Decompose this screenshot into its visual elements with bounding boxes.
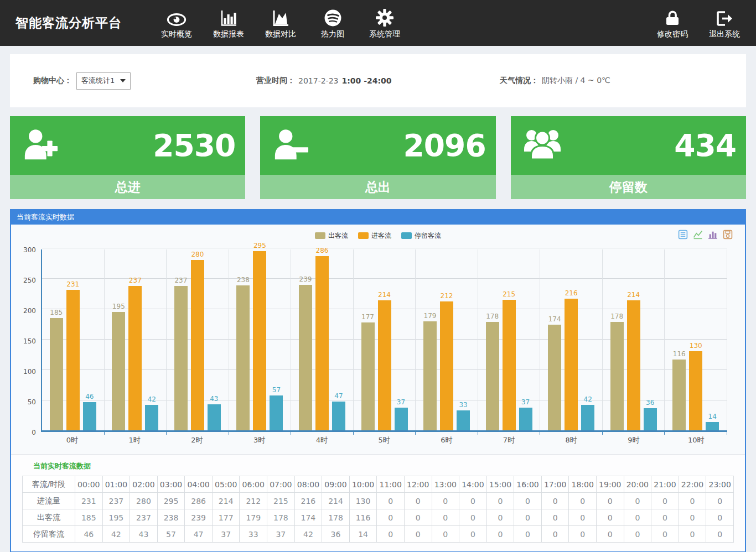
- bar-value-label: 178: [610, 313, 623, 320]
- bar-value-label: 42: [148, 395, 156, 403]
- bar-value-label: 33: [459, 401, 467, 409]
- table-row-label: 出客流: [23, 509, 75, 526]
- table-value-cell: 0: [404, 526, 432, 543]
- table-value-cell: 116: [349, 509, 377, 526]
- line-type-icon[interactable]: [693, 230, 703, 242]
- legend-item[interactable]: 停留客流: [401, 231, 441, 241]
- bar-value-label: 295: [253, 242, 266, 249]
- table-time-header: 14:00: [459, 476, 487, 493]
- bar-进客流: 215: [503, 300, 516, 431]
- table-row: 停留客流46424357473733374236140000000000000: [23, 526, 734, 543]
- weather-value: 阴转小雨 / 4 ~ 0℃: [542, 76, 610, 86]
- table-value-cell: 0: [651, 493, 679, 509]
- stat-card-total-in: 2530 总进: [10, 116, 245, 199]
- table-time-header: 17:00: [541, 476, 569, 493]
- stat-label: 停留数: [511, 175, 746, 199]
- bar-出客流: 177: [361, 322, 375, 430]
- bar-value-label: 214: [627, 291, 640, 299]
- bar-进客流: 130: [689, 351, 702, 430]
- category-cell: 23928647: [291, 249, 354, 430]
- nav-item-label: 退出系统: [709, 29, 740, 39]
- mall-label: 购物中心：: [33, 76, 72, 86]
- table-value-cell: 0: [404, 493, 432, 509]
- category-cell: 23728043: [167, 249, 229, 430]
- bar-停留客流: 43: [208, 404, 221, 430]
- table-value-cell: 0: [569, 509, 597, 526]
- filter-bar: 购物中心： 客流统计1 营业时间： 2017-2-23 1:00 -24:00 …: [10, 54, 746, 107]
- table-row-label: 停留客流: [23, 526, 75, 543]
- select-arrow-icon: [120, 79, 126, 82]
- y-tick-label: 200: [23, 307, 36, 315]
- table-value-cell: 0: [706, 493, 734, 509]
- chart-toolbox: [678, 230, 733, 242]
- mall-select[interactable]: 客流统计1: [76, 72, 131, 90]
- bar-value-label: 286: [316, 247, 329, 254]
- nav-item-change-password[interactable]: 修改密码: [646, 7, 698, 39]
- stat-card-stay-count: 434 停留数: [511, 116, 746, 199]
- users-icon: [523, 128, 562, 163]
- business-hours: 1:00 -24:00: [341, 76, 391, 85]
- table-time-header: 22:00: [679, 476, 706, 493]
- bar-value-label: 178: [486, 313, 499, 320]
- table-value-cell: 0: [377, 509, 405, 526]
- table-value-cell: 0: [624, 526, 651, 543]
- x-tick-label: 6时: [415, 435, 478, 445]
- nav-item-system-admin[interactable]: 系统管理: [359, 7, 411, 39]
- table-value-cell: 57: [157, 526, 185, 543]
- bar-value-label: 47: [334, 392, 343, 400]
- category-cell: 17921233: [416, 249, 478, 430]
- x-tick-label: 4时: [291, 435, 353, 445]
- table-row: 进流量2312372802952862142122152162141300000…: [23, 493, 734, 509]
- legend-item[interactable]: 进客流: [358, 231, 391, 241]
- table-time-header: 06:00: [240, 476, 267, 493]
- x-tick-label: 0时: [41, 435, 103, 445]
- nav-item-data-report[interactable]: 数据报表: [203, 7, 255, 39]
- table-value-cell: 177: [212, 509, 240, 526]
- bar-value-label: 14: [708, 413, 717, 420]
- bar-出客流: 178: [610, 322, 624, 430]
- nav-item-data-compare[interactable]: 数据对比: [255, 7, 307, 39]
- table-value-cell: 280: [130, 493, 158, 509]
- nav-item-label: 实时概览: [161, 29, 192, 39]
- table-time-header: 02:00: [130, 476, 158, 493]
- mall-select-value: 客流统计1: [81, 76, 115, 86]
- bar-出客流: 116: [672, 360, 686, 430]
- legend-label: 停留客流: [415, 231, 441, 241]
- table-value-cell: 0: [514, 526, 542, 543]
- table-time-header: 21:00: [651, 476, 679, 493]
- table-value-cell: 0: [486, 526, 514, 543]
- table-time-header: 05:00: [212, 476, 240, 493]
- stat-label: 总出: [260, 175, 495, 199]
- heatmap-icon: [324, 7, 342, 27]
- x-tick-label: 8时: [540, 435, 603, 445]
- nav-item-heatmap[interactable]: 热力图: [307, 7, 359, 39]
- table-time-header: 10:00: [349, 476, 377, 493]
- nav-item-realtime-overview[interactable]: 实时概览: [151, 7, 203, 39]
- table-value-cell: 0: [459, 509, 487, 526]
- table-value-cell: 0: [679, 509, 706, 526]
- bar-value-label: 57: [272, 386, 281, 394]
- bar-出客流: 237: [174, 286, 188, 430]
- nav-item-logout[interactable]: 退出系统: [698, 7, 750, 39]
- table-time-header: 09:00: [322, 476, 350, 493]
- category-cell: 23829557: [229, 249, 292, 430]
- table-row: 出客流1851952372382391771791781741781160000…: [23, 509, 734, 526]
- table-value-cell: 0: [596, 493, 624, 509]
- category-cell: 18523146: [42, 249, 105, 430]
- x-tick-label: 9时: [603, 435, 665, 445]
- data-view-icon[interactable]: [678, 230, 688, 242]
- bar-停留客流: 46: [83, 402, 96, 430]
- bar-type-icon[interactable]: [708, 230, 718, 242]
- y-tick-label: 150: [23, 337, 36, 345]
- category-cell: 17721437: [354, 249, 416, 430]
- save-image-icon[interactable]: [723, 230, 733, 242]
- bar-出客流: 178: [486, 322, 499, 430]
- bar-value-label: 239: [299, 275, 312, 283]
- table-value-cell: 239: [185, 509, 213, 526]
- bar-value-label: 185: [50, 309, 63, 316]
- bar-进客流: 212: [440, 301, 453, 430]
- app-title: 智能客流分析平台: [15, 14, 122, 32]
- bar-出客流: 174: [548, 325, 561, 430]
- table-value-cell: 0: [541, 526, 569, 543]
- legend-item[interactable]: 出客流: [315, 231, 348, 241]
